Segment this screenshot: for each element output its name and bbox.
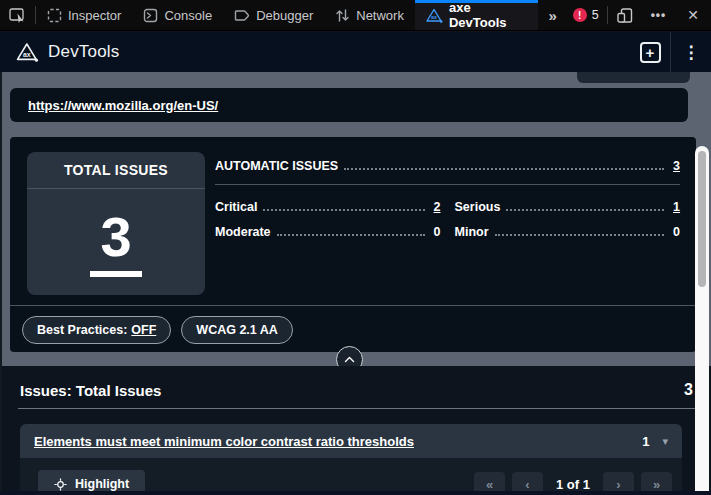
summary-divider bbox=[10, 305, 696, 306]
wcag-standard-pill[interactable]: WCAG 2.1 AA bbox=[181, 316, 293, 344]
responsive-mode-button[interactable] bbox=[608, 0, 642, 30]
issue-card-header: Elements must meet minimum color contras… bbox=[20, 424, 682, 458]
scanned-url-link[interactable]: https://www.mozilla.org/en-US/ bbox=[28, 98, 218, 113]
severity-label: Serious bbox=[455, 200, 501, 214]
severity-row-critical: Critical 2 bbox=[215, 200, 441, 214]
total-issues-label: TOTAL ISSUES bbox=[27, 152, 205, 189]
dotted-leader bbox=[506, 209, 664, 211]
issue-header-right: 1 ▾ bbox=[642, 434, 668, 449]
tab-label: Inspector bbox=[68, 8, 121, 23]
chevron-left-icon: ‹ bbox=[525, 477, 529, 492]
tab-label: Debugger bbox=[256, 8, 313, 23]
scanned-url-bar: https://www.mozilla.org/en-US/ bbox=[10, 88, 688, 122]
severity-grid: Critical 2 Serious 1 Moderate 0 bbox=[215, 200, 680, 239]
double-chevron-right-icon: » bbox=[653, 477, 660, 492]
highlight-label: Highlight bbox=[75, 477, 129, 491]
total-issues-value-wrap: 3 bbox=[27, 189, 205, 295]
console-error-count-button[interactable]: ! 5 bbox=[565, 0, 607, 30]
page-indicator: 1 of 1 bbox=[556, 477, 590, 492]
issue-card-body: Highlight « ‹ 1 of 1 › » bbox=[20, 458, 682, 495]
chevron-right-icon: › bbox=[616, 477, 620, 492]
tab-overflow-button[interactable]: » bbox=[538, 0, 564, 30]
summary-panel: TOTAL ISSUES 3 AUTOMATIC ISSUES 3 Critic… bbox=[10, 137, 696, 352]
scrollbar-track bbox=[695, 146, 709, 495]
axe-panel-content: https://www.mozilla.org/en-US/ TOTAL ISS… bbox=[0, 72, 711, 495]
scan-settings: Best Practices: OFF WCAG 2.1 AA bbox=[22, 316, 293, 344]
automatic-issues-row: AUTOMATIC ISSUES 3 bbox=[215, 159, 680, 173]
stats-divider bbox=[215, 184, 680, 185]
issue-card: Elements must meet minimum color contras… bbox=[20, 424, 682, 495]
tab-axe-devtools[interactable]: ax axe DevTools bbox=[415, 0, 538, 30]
severity-label: Critical bbox=[215, 200, 257, 214]
severity-label: Moderate bbox=[215, 225, 271, 239]
best-practices-toggle[interactable]: Best Practices: OFF bbox=[22, 316, 171, 344]
severity-count: 0 bbox=[431, 225, 441, 239]
automatic-issues-label: AUTOMATIC ISSUES bbox=[215, 159, 338, 173]
severity-count-link[interactable]: 2 bbox=[431, 200, 441, 214]
severity-count-link[interactable]: 1 bbox=[670, 200, 680, 214]
dotted-leader bbox=[344, 168, 664, 170]
issues-heading: Issues: Total Issues bbox=[20, 382, 161, 399]
dotted-leader bbox=[263, 209, 424, 211]
node-picker-button[interactable] bbox=[0, 0, 35, 30]
error-count: 5 bbox=[592, 8, 599, 22]
issues-total-count: 3 bbox=[684, 381, 693, 399]
tab-label: Console bbox=[164, 8, 212, 23]
severity-count: 0 bbox=[670, 225, 680, 239]
issues-header: Issues: Total Issues 3 bbox=[18, 381, 695, 409]
svg-text:ax: ax bbox=[431, 14, 437, 20]
axe-logo-icon: ax bbox=[16, 42, 39, 62]
scrollbar-thumb[interactable] bbox=[698, 151, 706, 287]
error-badge-icon: ! bbox=[573, 8, 587, 22]
tab-console[interactable]: Console bbox=[132, 0, 223, 30]
axe-devtools-header: ax DevTools + ⋮ bbox=[0, 32, 711, 72]
issue-instance-count: 1 bbox=[642, 434, 649, 449]
chevron-up-icon bbox=[344, 356, 355, 363]
wcag-label: WCAG 2.1 AA bbox=[196, 323, 278, 337]
extension-menu-button[interactable]: ⋮ bbox=[671, 32, 711, 72]
best-practices-label: Best Practices: bbox=[37, 323, 127, 337]
devtools-window: Inspector Console Debugger Network ax ax… bbox=[0, 0, 711, 495]
tab-debugger[interactable]: Debugger bbox=[223, 0, 324, 30]
overflow-chevrons-icon: » bbox=[548, 7, 554, 24]
issues-section: Issues: Total Issues 3 Elements must mee… bbox=[2, 366, 711, 495]
best-practices-state: OFF bbox=[131, 323, 156, 337]
tab-inspector[interactable]: Inspector bbox=[36, 0, 132, 30]
chevron-down-icon[interactable]: ▾ bbox=[662, 435, 668, 448]
dotted-leader bbox=[277, 234, 425, 236]
kebab-icon: ⋮ bbox=[683, 43, 700, 62]
severity-row-moderate: Moderate 0 bbox=[215, 225, 441, 239]
meatball-menu-icon: ••• bbox=[651, 8, 667, 22]
console-icon bbox=[143, 8, 158, 23]
new-scan-button[interactable]: + bbox=[630, 32, 670, 72]
tab-label: axe DevTools bbox=[449, 0, 527, 30]
automatic-issues-count-link[interactable]: 3 bbox=[670, 159, 680, 173]
total-issues-value: 3 bbox=[90, 207, 141, 277]
window-bottom-edge bbox=[0, 491, 711, 495]
devtools-menu-button[interactable]: ••• bbox=[642, 0, 676, 30]
issue-rule-link[interactable]: Elements must meet minimum color contras… bbox=[34, 434, 414, 449]
axe-logo-icon: ax bbox=[426, 8, 443, 23]
header-actions: + ⋮ bbox=[630, 32, 711, 72]
close-icon: ✕ bbox=[687, 7, 699, 23]
node-picker-icon bbox=[9, 8, 26, 23]
severity-label: Minor bbox=[455, 225, 489, 239]
issue-breakdown: AUTOMATIC ISSUES 3 Critical 2 Serious 1 bbox=[215, 159, 680, 239]
extension-title: DevTools bbox=[48, 42, 120, 62]
crosshair-icon bbox=[54, 478, 67, 491]
debugger-icon bbox=[234, 8, 250, 23]
tab-label: Network bbox=[356, 8, 404, 23]
devtools-tabbar: Inspector Console Debugger Network ax ax… bbox=[0, 0, 711, 31]
responsive-mode-icon bbox=[617, 8, 633, 23]
dotted-leader bbox=[495, 234, 664, 236]
total-issues-card: TOTAL ISSUES 3 bbox=[27, 152, 205, 295]
scrolled-button-remnant bbox=[577, 72, 690, 83]
network-icon bbox=[335, 8, 350, 23]
plus-icon: + bbox=[640, 42, 661, 63]
double-chevron-left-icon: « bbox=[486, 477, 493, 492]
tab-network[interactable]: Network bbox=[324, 0, 415, 30]
svg-text:ax: ax bbox=[23, 51, 31, 58]
severity-row-minor: Minor 0 bbox=[455, 225, 681, 239]
close-devtools-button[interactable]: ✕ bbox=[675, 0, 711, 30]
inspector-icon bbox=[47, 8, 62, 23]
